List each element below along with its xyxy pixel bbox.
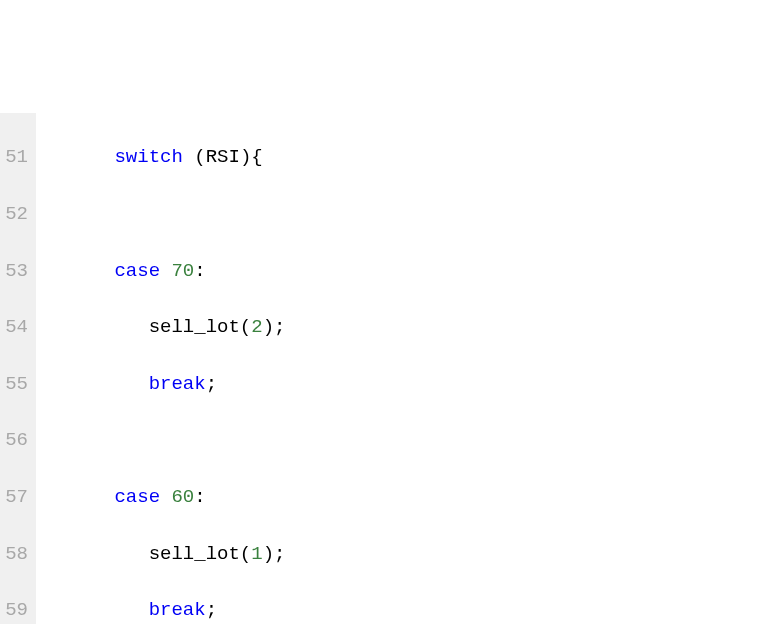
keyword-switch: switch (114, 146, 182, 168)
keyword-case: case (114, 260, 160, 282)
keyword-break: break (149, 599, 206, 621)
number-literal: 60 (171, 486, 194, 508)
line-number: 59 (4, 596, 28, 624)
line-number: 57 (4, 483, 28, 511)
code-line: switch (RSI){ (46, 143, 491, 171)
keyword-break: break (149, 373, 206, 395)
code-editor: 51 52 53 54 55 56 57 58 59 60 61 62 63 6… (0, 113, 778, 624)
code-line (46, 426, 491, 454)
code-line: case 70: (46, 257, 491, 285)
keyword-case: case (114, 486, 160, 508)
code-line: sell_lot(1); (46, 540, 491, 568)
code-line: sell_lot(2); (46, 313, 491, 341)
line-number: 53 (4, 257, 28, 285)
line-number: 56 (4, 426, 28, 454)
number-literal: 1 (251, 543, 262, 565)
identifier-sell-lot: sell_lot (149, 316, 240, 338)
identifier-rsi: RSI (206, 146, 240, 168)
code-line (46, 200, 491, 228)
code-line: break; (46, 596, 491, 624)
number-literal: 2 (251, 316, 262, 338)
code-line: case 60: (46, 483, 491, 511)
number-literal: 70 (171, 260, 194, 282)
line-number-gutter: 51 52 53 54 55 56 57 58 59 60 61 62 63 6… (0, 113, 36, 624)
line-number: 58 (4, 540, 28, 568)
line-number: 51 (4, 143, 28, 171)
code-line: break; (46, 370, 491, 398)
identifier-sell-lot: sell_lot (149, 543, 240, 565)
line-number: 54 (4, 313, 28, 341)
line-number: 52 (4, 200, 28, 228)
line-number: 55 (4, 370, 28, 398)
code-area[interactable]: switch (RSI){ case 70: sell_lot(2); brea… (36, 113, 491, 624)
